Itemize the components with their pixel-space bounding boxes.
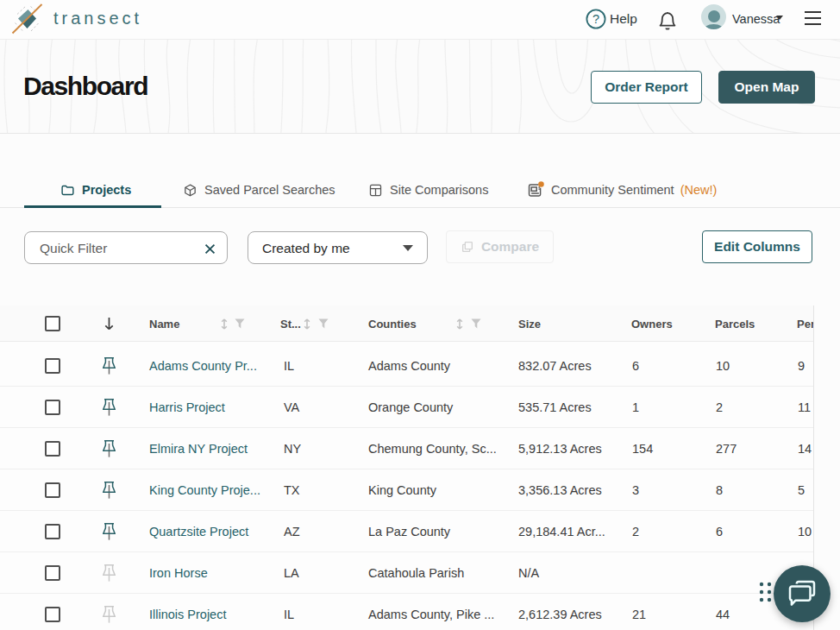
svg-text:?: ? — [592, 12, 599, 26]
